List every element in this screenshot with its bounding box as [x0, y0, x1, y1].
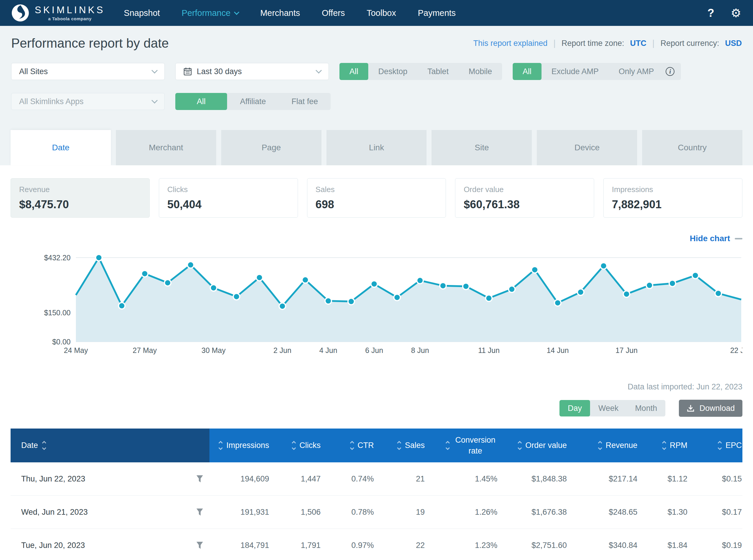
column-label: Sales: [405, 440, 425, 451]
help-icon[interactable]: ?: [708, 7, 714, 19]
column-header-revenue[interactable]: Revenue: [568, 428, 638, 462]
fee-option-affiliate[interactable]: Affiliate: [227, 93, 279, 110]
chart-controls: DayWeekMonth Download: [11, 400, 742, 417]
gear-icon[interactable]: ⚙: [731, 7, 741, 19]
data-point[interactable]: [187, 262, 194, 268]
data-point[interactable]: [279, 303, 285, 309]
data-point[interactable]: [256, 275, 263, 281]
data-point[interactable]: [96, 255, 102, 261]
metric-card-clicks[interactable]: Clicks50,404: [159, 178, 298, 218]
data-point[interactable]: [646, 282, 653, 288]
brand-logo[interactable]: SKIMLINKS a Taboola company: [11, 4, 105, 22]
cell-ctr: 0.97%: [321, 541, 374, 550]
column-header-rpm[interactable]: RPM: [638, 428, 688, 462]
sort-up-icon: [662, 441, 666, 445]
column-header-conversion-rate[interactable]: Conversion rate: [425, 428, 498, 462]
metric-card-impressions[interactable]: Impressions7,882,901: [603, 178, 742, 218]
cell-epc: $0.19: [688, 541, 742, 550]
column-header-ctr[interactable]: CTR: [321, 428, 374, 462]
sort-down-icon: [350, 446, 354, 450]
data-point[interactable]: [302, 277, 309, 283]
apps-select-value: All Skimlinks Apps: [19, 97, 152, 106]
x-axis-tick: 11 Jun: [478, 346, 499, 355]
data-point[interactable]: [371, 281, 377, 287]
tab-link[interactable]: Link: [326, 130, 427, 165]
tab-site[interactable]: Site: [432, 130, 532, 165]
column-header-clicks[interactable]: Clicks: [270, 428, 321, 462]
date-range-select[interactable]: Last 30 days: [175, 63, 329, 80]
download-button[interactable]: Download: [679, 400, 742, 417]
metric-card-revenue[interactable]: Revenue$8,475.70: [11, 178, 150, 218]
device-option-tablet[interactable]: Tablet: [417, 63, 459, 80]
amp-option-only-amp[interactable]: Only AMP: [609, 63, 664, 80]
data-point[interactable]: [577, 289, 584, 295]
nav-item-toolbox[interactable]: Toolbox: [366, 8, 396, 18]
data-point[interactable]: [394, 294, 400, 301]
sort-down-icon: [518, 446, 522, 450]
filter-funnel-icon[interactable]: [195, 475, 204, 483]
tab-page[interactable]: Page: [221, 130, 321, 165]
amp-option-exclude-amp[interactable]: Exclude AMP: [541, 63, 609, 80]
nav-item-payments[interactable]: Payments: [418, 8, 456, 18]
collapse-icon[interactable]: [735, 238, 742, 239]
nav-item-snapshot[interactable]: Snapshot: [124, 8, 160, 18]
sites-select[interactable]: All Sites: [11, 63, 165, 80]
info-icon[interactable]: i: [666, 67, 674, 76]
report-explained-link[interactable]: This report explained: [473, 39, 548, 48]
data-point[interactable]: [623, 291, 630, 297]
data-point[interactable]: [210, 285, 217, 291]
column-header-epc[interactable]: EPC: [688, 428, 742, 462]
data-point[interactable]: [440, 282, 446, 289]
granularity-option-week[interactable]: Week: [590, 400, 627, 417]
sort-up-icon: [718, 441, 722, 445]
filter-funnel-icon[interactable]: [195, 541, 204, 550]
column-header-date[interactable]: Date: [11, 428, 210, 462]
data-point[interactable]: [119, 303, 125, 309]
data-point[interactable]: [600, 263, 607, 269]
tab-country[interactable]: Country: [642, 130, 742, 165]
tab-date[interactable]: Date: [11, 130, 111, 165]
hide-chart-link[interactable]: Hide chart: [690, 234, 730, 243]
metric-card-sales[interactable]: Sales698: [307, 178, 446, 218]
data-point[interactable]: [325, 298, 332, 304]
data-point[interactable]: [141, 270, 148, 277]
granularity-option-day[interactable]: Day: [559, 400, 590, 417]
metric-card-order-value[interactable]: Order value$60,761.38: [455, 178, 594, 218]
download-icon: [687, 404, 695, 412]
nav-item-offers[interactable]: Offers: [322, 8, 345, 18]
tab-merchant[interactable]: Merchant: [116, 130, 216, 165]
data-point[interactable]: [669, 280, 676, 286]
sort-icon: [43, 441, 45, 449]
nav-item-performance[interactable]: Performance: [182, 8, 239, 18]
data-point[interactable]: [692, 272, 698, 279]
fee-option-all[interactable]: All: [175, 93, 227, 110]
data-point[interactable]: [417, 277, 423, 284]
apps-select[interactable]: All Skimlinks Apps: [11, 93, 165, 110]
amp-option-all[interactable]: All: [513, 63, 541, 80]
sort-up-icon: [350, 441, 354, 445]
device-option-desktop[interactable]: Desktop: [368, 63, 417, 80]
data-point[interactable]: [233, 293, 240, 300]
device-option-all[interactable]: All: [339, 63, 368, 80]
column-header-impressions[interactable]: Impressions: [210, 428, 270, 462]
granularity-option-month[interactable]: Month: [627, 400, 665, 417]
cell-sales: 22: [374, 541, 425, 550]
cell-impressions: 194,609: [210, 475, 270, 483]
fee-option-flat-fee[interactable]: Flat fee: [279, 93, 331, 110]
cell-conversion-rate: 1.45%: [425, 475, 498, 483]
sort-icon: [219, 441, 222, 449]
data-point[interactable]: [554, 300, 561, 306]
data-point[interactable]: [509, 286, 515, 292]
data-point[interactable]: [532, 266, 538, 273]
tab-device[interactable]: Device: [537, 130, 637, 165]
column-header-sales[interactable]: Sales: [374, 428, 425, 462]
column-header-order-value[interactable]: Order value: [498, 428, 568, 462]
device-option-mobile[interactable]: Mobile: [459, 63, 502, 80]
data-point[interactable]: [486, 295, 492, 301]
data-point[interactable]: [463, 283, 469, 289]
data-point[interactable]: [164, 279, 171, 286]
nav-item-merchants[interactable]: Merchants: [260, 8, 300, 18]
data-point[interactable]: [715, 290, 721, 297]
filter-funnel-icon[interactable]: [195, 508, 204, 517]
data-point[interactable]: [348, 298, 354, 305]
